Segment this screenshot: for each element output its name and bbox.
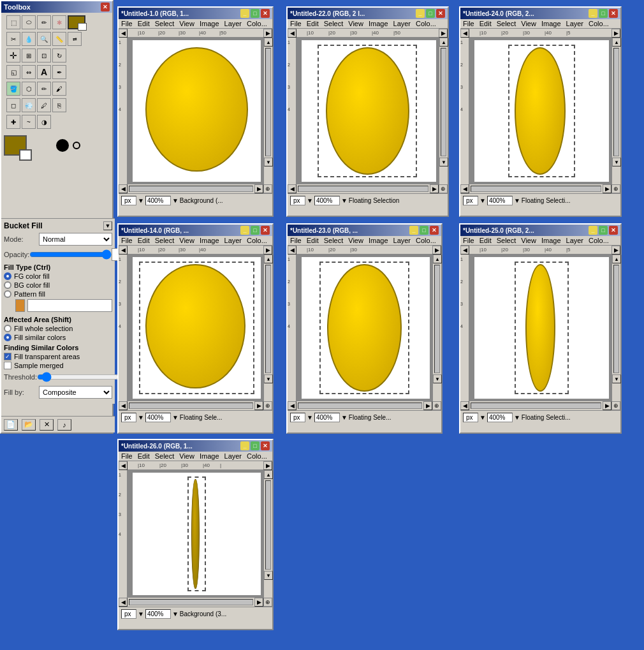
menu-colors-26[interactable]: Colo... [247, 452, 267, 460]
window-untitled-26-minimize[interactable]: _ [240, 441, 249, 450]
scroll-down-23[interactable]: ▼ [433, 374, 442, 383]
canvas-content-26[interactable] [133, 473, 261, 595]
nav-corner-14[interactable]: ⊕ [263, 401, 272, 410]
menu-file-25[interactable]: File [463, 237, 474, 244]
menu-edit-23[interactable]: Edit [307, 237, 319, 244]
scroll-up-23[interactable]: ▲ [433, 255, 442, 263]
scroll-left-1[interactable]: ◀ [119, 29, 128, 38]
scroll-track-h-22[interactable] [298, 186, 428, 192]
window-untitled-25-titlebar[interactable]: *Untitled-25.0 (RGB, 2... _ □ ✕ [460, 225, 620, 236]
crop-tool[interactable]: ⊡ [37, 48, 51, 63]
scroll-right-1[interactable]: ▶ [263, 29, 272, 38]
scroll-right-h-23[interactable]: ▶ [423, 401, 432, 410]
scroll-down-14[interactable]: ▼ [264, 374, 273, 383]
scroll-up-24[interactable]: ▲ [612, 38, 621, 47]
scissors-tool[interactable]: ✂ [6, 32, 20, 46]
zoom-25[interactable]: 400% [487, 413, 513, 422]
scroll-right-h-1[interactable]: ▶ [254, 184, 263, 193]
scroll-track-h-25[interactable] [471, 403, 601, 409]
window-untitled-22-minimize[interactable]: _ [416, 9, 425, 18]
nav-corner-23[interactable]: ⊕ [432, 401, 441, 410]
path-tool[interactable]: ✒ [52, 65, 66, 79]
heal-tool[interactable]: ✚ [6, 115, 20, 129]
fg-bg-colors[interactable] [68, 15, 85, 29]
menu-layer-22[interactable]: Layer [393, 20, 411, 27]
menu-image-22[interactable]: Image [369, 20, 388, 27]
menu-file-26[interactable]: File [121, 452, 133, 460]
canvas-content-14[interactable] [133, 257, 261, 399]
window-untitled-24-titlebar[interactable]: *Untitled-24.0 (RGB, 2... _ □ ✕ [460, 8, 620, 19]
pattern-preview[interactable] [15, 299, 25, 312]
menu-file-23[interactable]: File [290, 237, 302, 244]
nav-corner-22[interactable]: ⊕ [439, 184, 448, 193]
window-untitled-25-minimize[interactable]: _ [589, 226, 597, 235]
scroll-track-h-26[interactable] [129, 599, 253, 605]
scroll-track-v-25[interactable] [613, 265, 619, 373]
scroll-down-25[interactable]: ▼ [612, 374, 621, 383]
close-button[interactable]: ✕ [40, 419, 54, 431]
menu-select-22[interactable]: Select [324, 20, 344, 27]
panel-options-icon[interactable]: ▼ [103, 221, 112, 230]
menu-layer-25[interactable]: Layer [566, 237, 584, 244]
zoom-23[interactable]: 400% [314, 413, 340, 422]
menu-select-25[interactable]: Select [497, 237, 516, 244]
dodge-burn-tool[interactable]: ◑ [37, 115, 51, 129]
scroll-right-25[interactable]: ▶ [611, 246, 620, 255]
menu-layer-23[interactable]: Layer [393, 237, 411, 244]
pencil-tool[interactable]: ✏ [37, 82, 51, 96]
scroll-down-22[interactable]: ▼ [439, 158, 448, 166]
window-untitled-1-maximize[interactable]: □ [251, 9, 260, 18]
measure-tool[interactable]: 📏 [52, 32, 66, 46]
window-untitled-23-minimize[interactable]: _ [409, 226, 418, 235]
nav-corner-1[interactable]: ⊕ [263, 184, 272, 193]
scroll-left-25[interactable]: ◀ [460, 246, 469, 255]
scroll-left-26[interactable]: ◀ [119, 461, 128, 470]
window-untitled-14-maximize[interactable]: □ [251, 226, 260, 235]
menu-image-26[interactable]: Image [200, 452, 219, 460]
window-untitled-1-titlebar[interactable]: *Untitled-1.0 (RGB, 1... _ □ ✕ [119, 8, 272, 19]
fill-similar-radio[interactable] [4, 334, 11, 341]
menu-view-23[interactable]: View [348, 237, 363, 244]
window-untitled-22-close[interactable]: ✕ [436, 9, 445, 18]
free-select-tool[interactable]: ✏ [37, 15, 51, 29]
menu-select-24[interactable]: Select [497, 20, 516, 27]
swap-colors[interactable]: ⇄ [68, 32, 82, 46]
canvas-area-25[interactable] [469, 255, 611, 401]
scroll-track-v-22[interactable] [441, 48, 446, 156]
window-untitled-25-close[interactable]: ✕ [609, 226, 618, 235]
fill-transparent-checkbox[interactable]: ✓ [4, 353, 11, 360]
nav-corner-24[interactable]: ⊕ [611, 184, 620, 193]
window-untitled-22-maximize[interactable]: □ [426, 9, 435, 18]
scroll-left-h-1[interactable]: ◀ [119, 184, 128, 193]
menu-edit-1[interactable]: Edit [138, 20, 150, 27]
scroll-left-h-14[interactable]: ◀ [119, 401, 128, 410]
flip-tool[interactable]: ⇔ [22, 65, 36, 79]
scroll-down-26[interactable]: ▼ [264, 571, 273, 580]
menu-layer-1[interactable]: Layer [224, 20, 242, 27]
new-file-button[interactable]: 📄 [4, 419, 18, 431]
scroll-left-14[interactable]: ◀ [119, 246, 128, 255]
nav-corner-26[interactable]: ⊕ [263, 598, 272, 607]
menu-file-14[interactable]: File [121, 237, 133, 244]
smudge-tool[interactable]: ~ [22, 115, 36, 129]
pattern-name-input[interactable]: Pine [27, 299, 112, 312]
window-untitled-24-minimize[interactable]: _ [589, 9, 597, 18]
menu-image-25[interactable]: Image [541, 237, 561, 244]
menu-edit-26[interactable]: Edit [138, 452, 150, 460]
move-tool[interactable]: ✛ [6, 48, 20, 63]
canvas-content-25[interactable] [474, 257, 609, 399]
nav-corner-25[interactable]: ⊕ [611, 401, 620, 410]
scroll-left-24[interactable]: ◀ [460, 29, 469, 38]
window-untitled-1-minimize[interactable]: _ [240, 9, 249, 18]
fill-fg-radio[interactable] [4, 272, 11, 280]
menu-view-25[interactable]: View [521, 237, 536, 244]
fuzzy-select-tool[interactable]: ✱ [52, 15, 66, 29]
scroll-track-h-1[interactable] [129, 186, 253, 192]
window-untitled-22-titlebar[interactable]: *Untitled-22.0 (RGB, 2 l... _ □ ✕ [288, 8, 448, 19]
menu-image-24[interactable]: Image [541, 20, 561, 27]
zoom-1[interactable]: 400% [145, 196, 171, 205]
scroll-track-h-14[interactable] [129, 403, 253, 409]
background-color-swatch[interactable] [19, 149, 32, 161]
scroll-left-h-22[interactable]: ◀ [288, 184, 296, 193]
menu-select-14[interactable]: Select [155, 237, 175, 244]
